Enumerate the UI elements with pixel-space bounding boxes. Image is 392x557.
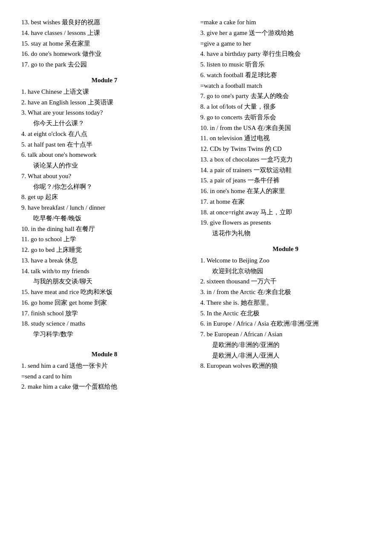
item-text: In the Arctic 在北极 bbox=[207, 310, 259, 317]
item-text: There she is. 她在那里。 bbox=[207, 299, 273, 306]
item-text: European wolves 欧洲的狼 bbox=[207, 362, 278, 369]
item-number: 17. bbox=[21, 310, 31, 317]
list-item: 17. go to the park 去公园 bbox=[21, 59, 187, 70]
item-text: have a break 休息 bbox=[31, 257, 78, 264]
item-text: What are your lessons today? bbox=[28, 109, 103, 116]
list-item: 5. at half past ten 在十点半 bbox=[21, 139, 187, 150]
item-text: give flowers as presents bbox=[210, 219, 271, 226]
list-item: 2. have an English lesson 上英语课 bbox=[21, 97, 187, 108]
list-item: 14. have classes / lessons 上课 bbox=[21, 28, 187, 38]
item-text: a box of chocolates 一盒巧克力 bbox=[210, 156, 293, 163]
item-text: go to the park 去公园 bbox=[31, 61, 87, 68]
item-text: =watch a football match bbox=[200, 82, 262, 89]
list-item: 9. go to concerts 去听音乐会 bbox=[200, 112, 371, 123]
item-sub: 谈论某人的作业 bbox=[21, 160, 187, 171]
list-item: 15. stay at home 呆在家里 bbox=[21, 38, 187, 49]
list-item: 5. In the Arctic 在北极 bbox=[200, 308, 371, 319]
item-sub: 是欧洲的/非洲的/亚洲的 bbox=[200, 340, 371, 350]
list-item: 6. watch football 看足球比赛 bbox=[200, 70, 371, 81]
module8-items: 1. send him a card 送他一张卡片=send a card to… bbox=[21, 361, 187, 392]
item-text: at eight o'clock 在八点 bbox=[28, 130, 87, 137]
item-number: 18. bbox=[200, 209, 210, 216]
item-number: 15. bbox=[200, 177, 210, 184]
item-sub: 与我的朋友交谈/聊天 bbox=[21, 276, 187, 287]
item-number: 7. bbox=[200, 92, 207, 99]
item-number: 11. bbox=[200, 135, 210, 141]
item-text: be European / African / Asian bbox=[207, 331, 282, 338]
list-item: 2. make him a cake 做一个蛋糕给他 bbox=[21, 381, 187, 392]
list-item: 12. go to bed 上床睡觉 bbox=[21, 245, 187, 255]
item-number: 3. bbox=[21, 109, 28, 116]
item-sub: 学习科学/数学 bbox=[21, 329, 187, 340]
list-item: 6. talk about one's homework bbox=[21, 150, 187, 160]
item-text: have a birthday party 举行生日晚会 bbox=[207, 50, 301, 57]
item-number: 1. bbox=[21, 362, 28, 369]
item-number: 14. bbox=[21, 29, 31, 36]
list-item: 10. in / from the USA 在/来自美国 bbox=[200, 123, 371, 133]
item-text: study science / maths bbox=[31, 320, 86, 327]
item-text: have breakfast / lunch / dinner bbox=[28, 204, 105, 211]
item-number: 2. bbox=[21, 383, 28, 390]
item-text: listen to music 听音乐 bbox=[207, 61, 265, 68]
item-number: 17. bbox=[21, 61, 31, 68]
list-item: 18. at once=right away 马上，立即 bbox=[200, 207, 371, 218]
main-layout: 13. best wishes 最良好的祝愿14. have classes /… bbox=[21, 17, 371, 392]
item-number: 2. bbox=[21, 99, 28, 106]
list-item: 5. listen to music 听音乐 bbox=[200, 59, 371, 70]
list-item: 13. have a break 休息 bbox=[21, 255, 187, 266]
list-item: 3. What are your lessons today? bbox=[21, 107, 187, 118]
module7-items: 1. have Chinese 上语文课2. have an English l… bbox=[21, 87, 187, 340]
item-text: =send a card to him bbox=[21, 373, 72, 380]
list-item: 14. a pair of trainers 一双软运动鞋 bbox=[200, 165, 371, 176]
item-text: in Europe / Africa / Asia 在欧洲/非洲/亚洲 bbox=[207, 320, 319, 327]
item-text: in / from the USA 在/来自美国 bbox=[210, 124, 291, 131]
list-item: 16. go home 回家 get home 到家 bbox=[21, 297, 187, 308]
item-number: 17. bbox=[200, 198, 210, 205]
left-column: 13. best wishes 最良好的祝愿14. have classes /… bbox=[21, 17, 196, 392]
list-item: 7. be European / African / Asian bbox=[200, 329, 371, 340]
item-text: stay at home 呆在家里 bbox=[31, 40, 91, 47]
item-text: a pair of jeans 一条牛仔裤 bbox=[210, 177, 280, 184]
item-number: 14. bbox=[21, 268, 31, 274]
right-top-items: =make a cake for him3. give her a game 送… bbox=[200, 17, 371, 239]
item-number: 6. bbox=[21, 151, 28, 158]
list-item: 14. talk with/to my friends bbox=[21, 266, 187, 277]
item-text: watch football 看足球比赛 bbox=[207, 72, 277, 78]
item-number: 3. bbox=[200, 29, 207, 36]
item-sub2: 是欧洲人/非洲人/亚洲人 bbox=[200, 350, 371, 361]
module8-title: Module 8 bbox=[21, 351, 187, 358]
item-text: in one's home 在某人的家里 bbox=[210, 188, 285, 194]
item-text: in the dining hall 在餐厅 bbox=[31, 225, 95, 232]
item-number: 15. bbox=[21, 289, 31, 295]
list-item: 18. study science / maths bbox=[21, 318, 187, 329]
item-number: 16. bbox=[21, 50, 31, 57]
list-item: 11. go to school 上学 bbox=[21, 234, 187, 245]
module9-items: 1. Welcome to Beijing Zoo欢迎到北京动物园2. sixt… bbox=[200, 255, 371, 371]
item-number: 18. bbox=[21, 320, 31, 327]
item-number: 9. bbox=[21, 204, 28, 211]
item-number: 7. bbox=[200, 331, 207, 338]
item-number: 5. bbox=[21, 141, 28, 148]
item-text: talk about one's homework bbox=[28, 151, 96, 158]
item-number: 6. bbox=[200, 320, 207, 327]
item-text: best wishes 最良好的祝愿 bbox=[31, 19, 101, 26]
item-number: 6. bbox=[200, 72, 207, 78]
item-number: 15. bbox=[21, 40, 31, 47]
item-text: on television 通过电视 bbox=[210, 135, 270, 141]
item-text: at once=right away 马上，立即 bbox=[210, 209, 293, 216]
item-text: give her a game 送一个游戏给她 bbox=[207, 29, 294, 36]
item-number: 16. bbox=[21, 299, 31, 306]
list-item: 1. have Chinese 上语文课 bbox=[21, 87, 187, 97]
item-text: go to bed 上床睡觉 bbox=[31, 246, 82, 253]
item-text: at half past ten 在十点半 bbox=[28, 141, 92, 148]
item-number: 4. bbox=[21, 130, 28, 137]
item-number: 19. bbox=[200, 219, 210, 226]
list-item: 15. have meat and rice 吃肉和米饭 bbox=[21, 287, 187, 297]
item-number: 14. bbox=[200, 167, 210, 173]
item-text: have meat and rice 吃肉和米饭 bbox=[31, 289, 113, 295]
list-item: 11. on television 通过电视 bbox=[200, 133, 371, 144]
list-item: 7. go to one's party 去某人的晚会 bbox=[200, 91, 371, 101]
item-number: 13. bbox=[21, 257, 31, 264]
item-number: 11. bbox=[21, 236, 31, 242]
item-text: go home 回家 get home 到家 bbox=[31, 299, 107, 306]
